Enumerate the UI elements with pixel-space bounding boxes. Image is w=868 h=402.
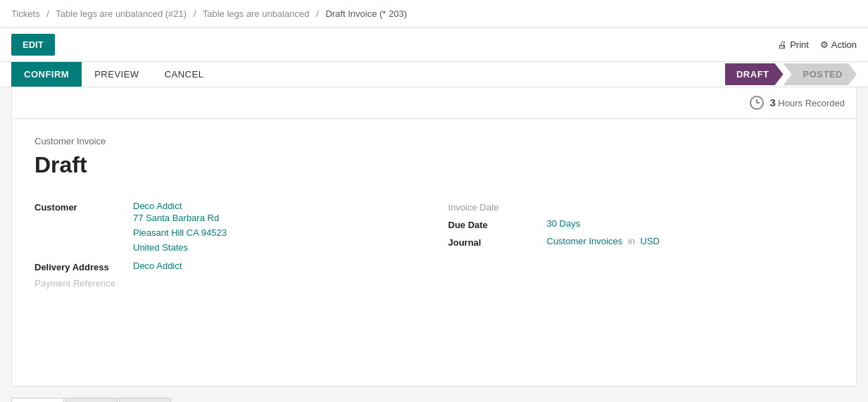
tab-1[interactable]: Tab 1 — [11, 398, 64, 402]
customer-value: Deco Addict 77 Santa Barbara Rd Pleasant… — [133, 201, 227, 255]
tab-3[interactable]: Tab 3 — [119, 398, 171, 402]
address-country: United States — [133, 241, 227, 256]
print-button[interactable]: 🖨 Print — [778, 39, 809, 50]
delivery-field-row: Delivery Address Deco Addict — [34, 260, 420, 272]
confirm-button[interactable]: CONFIRM — [11, 62, 82, 87]
bottom-tabs: Tab 1 Tab 2 Tab 3 — [11, 398, 857, 402]
customer-label: Customer — [34, 201, 133, 213]
customer-field-row: Customer Deco Addict 77 Santa Barbara Rd… — [34, 201, 420, 255]
invoice-status-title: Draft — [34, 152, 834, 178]
customer-name-link[interactable]: Deco Addict — [133, 201, 182, 211]
customer-address: 77 Santa Barbara Rd Pleasant Hill CA 945… — [133, 211, 227, 255]
form-left: Customer Deco Addict 77 Santa Barbara Rd… — [34, 201, 420, 289]
invoice-date-label: Invoice Date — [448, 201, 547, 213]
journal-value: Customer Invoices in USD — [547, 236, 660, 246]
toolbar-right: 🖨 Print ⚙ Action — [778, 39, 857, 50]
status-draft[interactable]: DRAFT — [725, 63, 784, 85]
status-pipeline: DRAFT POSTED — [725, 63, 857, 85]
delivery-name-link[interactable]: Deco Addict — [133, 260, 182, 271]
journal-in: in — [628, 236, 635, 246]
address-line1: 77 Santa Barbara Rd — [133, 211, 227, 226]
action-bar-left: CONFIRM PREVIEW CANCEL — [11, 62, 216, 87]
invoice-date-row: Invoice Date — [448, 201, 834, 213]
journal-name-link[interactable]: Customer Invoices — [547, 236, 623, 246]
delivery-value: Deco Addict — [133, 260, 182, 271]
breadcrumb: Tickets / Table legs are unbalanced (#21… — [0, 0, 868, 28]
delivery-label: Delivery Address — [34, 260, 133, 272]
hours-bar: 3 Hours Recorded — [11, 87, 857, 119]
hours-number: 3 — [769, 96, 775, 108]
toolbar: EDIT 🖨 Print ⚙ Action — [0, 28, 868, 62]
form-grid: Customer Deco Addict 77 Santa Barbara Rd… — [34, 201, 834, 289]
main-content: Customer Invoice Draft Customer Deco Add… — [11, 119, 857, 387]
clock-icon — [750, 96, 764, 110]
invoice-type-label: Customer Invoice — [34, 136, 834, 146]
action-label: Action — [831, 39, 857, 50]
cancel-button[interactable]: CANCEL — [152, 62, 217, 87]
form-right: Invoice Date Due Date 30 Days Journal Cu… — [448, 201, 834, 289]
journal-currency-link[interactable]: USD — [641, 236, 660, 246]
preview-button[interactable]: PREVIEW — [82, 62, 151, 87]
breadcrumb-tickets[interactable]: Tickets — [11, 8, 40, 19]
tab-2[interactable]: Tab 2 — [65, 398, 118, 402]
status-posted[interactable]: POSTED — [784, 63, 857, 85]
print-label: Print — [790, 39, 809, 50]
toolbar-left: EDIT — [11, 34, 55, 56]
due-date-link[interactable]: 30 Days — [547, 218, 581, 229]
hours-label: Hours Recorded — [778, 98, 845, 108]
journal-row: Journal Customer Invoices in USD — [448, 236, 834, 248]
address-line2: Pleasant Hill CA 94523 — [133, 226, 227, 241]
breadcrumb-ticket-title[interactable]: Table legs are unbalanced (#21) — [56, 8, 187, 19]
action-bar: CONFIRM PREVIEW CANCEL DRAFT POSTED — [0, 62, 868, 87]
due-date-label: Due Date — [448, 218, 547, 230]
printer-icon: 🖨 — [778, 39, 787, 50]
due-date-value: 30 Days — [547, 218, 581, 229]
hours-badge: 3 Hours Recorded — [750, 96, 845, 110]
due-date-row: Due Date 30 Days — [448, 218, 834, 230]
breadcrumb-current: Draft Invoice (* 203) — [325, 8, 407, 19]
payment-reference-label: Payment Reference — [34, 278, 420, 289]
edit-button[interactable]: EDIT — [11, 34, 55, 56]
gear-icon: ⚙ — [820, 39, 829, 50]
journal-label: Journal — [448, 236, 547, 248]
hours-text: 3 Hours Recorded — [769, 96, 845, 110]
breadcrumb-ticket-name[interactable]: Table legs are unbalanced — [203, 8, 310, 19]
action-button[interactable]: ⚙ Action — [820, 39, 857, 50]
